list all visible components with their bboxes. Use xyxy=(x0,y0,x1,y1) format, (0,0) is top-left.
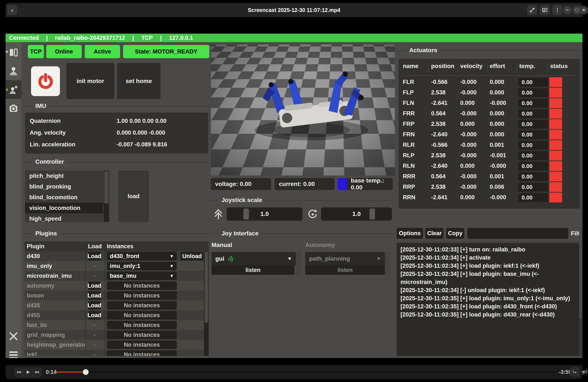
tcp-button[interactable]: TCP xyxy=(28,45,44,58)
plugin-instance-dropdown[interactable]: imu_only:1▼ xyxy=(107,262,177,270)
plugin-instance-dropdown[interactable]: d430_front▼ xyxy=(107,252,177,261)
actuator-name: FRP xyxy=(403,121,414,127)
plugin-load-button[interactable]: Load xyxy=(88,301,101,310)
log-options-button[interactable]: Options xyxy=(397,228,423,239)
plugin-load-button[interactable]: Load xyxy=(88,252,101,261)
log-filter-input[interactable] xyxy=(467,228,568,239)
actuator-temp-box: 0.00 xyxy=(518,193,548,202)
autonomy-joy-dropdown[interactable]: path_planning ▼ xyxy=(305,252,385,265)
actuator-position: 2.538 xyxy=(431,89,446,96)
controller-scrollbar[interactable] xyxy=(104,171,109,222)
log-scroll-thumb[interactable] xyxy=(579,229,582,319)
speaker-muted-icon xyxy=(581,368,588,376)
fullscreen-button[interactable] xyxy=(527,5,537,15)
menu-kebab-button[interactable] xyxy=(552,5,562,15)
previous-button[interactable] xyxy=(15,368,23,376)
actuator-velocity: -0.000 xyxy=(460,184,477,190)
play-button[interactable] xyxy=(23,368,33,376)
sidebar-item-menu[interactable] xyxy=(6,346,21,358)
plugin-row: grid_mapping-No instances xyxy=(25,330,209,340)
close-button[interactable]: × xyxy=(579,6,588,14)
kebab-icon xyxy=(555,7,560,13)
joy-interface-group-header: Joy Interface xyxy=(211,230,395,237)
actuator-status-indicator xyxy=(549,88,562,98)
angular-scale-slider[interactable]: 1.0 xyxy=(321,207,392,221)
log-scrollbar[interactable] xyxy=(579,228,582,356)
controller-list-item[interactable]: vision_locomotion xyxy=(25,203,103,213)
actuator-effort: -0.000 xyxy=(490,100,506,106)
titlebar: ‹ Screencast 2025-12-30 11:07:12.mp4 − □… xyxy=(6,3,582,17)
plugins-scroll-thumb[interactable] xyxy=(205,252,208,322)
plugin-no-instances: No instances xyxy=(107,301,177,310)
autonomy-listen-button[interactable]: listen xyxy=(305,265,385,275)
controller-list-item[interactable]: blind_locomotion xyxy=(25,192,103,203)
voltage-value: voltage: 0.00 xyxy=(215,181,252,187)
panels-icon xyxy=(9,47,19,57)
plugin-unload-button[interactable]: Unload xyxy=(180,252,204,261)
linear-scale-value: 1.0 xyxy=(227,207,302,221)
plugin-name: autonomy xyxy=(27,281,54,291)
actuator-position: 2.538 xyxy=(431,184,446,190)
plugin-instance-dropdown[interactable]: base_imu▼ xyxy=(107,272,177,280)
back-button[interactable]: ‹ xyxy=(7,5,17,15)
log-clear-button[interactable]: Clear xyxy=(425,228,443,239)
actuator-temp-box: 0.00 xyxy=(518,183,548,192)
seek-handle[interactable] xyxy=(83,369,89,375)
log-panel[interactable]: [2025-12-30-11:02:33] [+] turn on: raila… xyxy=(397,243,579,356)
actuator-name: RLP xyxy=(403,152,414,159)
manual-joy-dropdown[interactable]: gui ▼ xyxy=(211,252,296,265)
controller-list-item[interactable]: pitch_height xyxy=(25,171,103,181)
mute-button[interactable] xyxy=(581,368,588,376)
robot-3d-viewport[interactable] xyxy=(211,44,395,176)
plugin-row: heightmap_generator-No instances xyxy=(25,340,209,350)
sidebar-item-camera[interactable] xyxy=(6,99,21,118)
maximize-icon: □ xyxy=(575,7,578,13)
online-button[interactable]: Online xyxy=(46,45,82,58)
controller-list[interactable]: pitch_heightblind_pronkingblind_locomoti… xyxy=(25,171,103,222)
active-button[interactable]: Active xyxy=(85,45,120,58)
controller-load-button[interactable]: load xyxy=(118,171,149,222)
manual-joy-scrollbar[interactable] xyxy=(296,252,301,275)
log-copy-label: Copy xyxy=(448,230,462,237)
imu-title: IMU xyxy=(35,102,46,109)
plugin-name: heightmap_generator xyxy=(27,340,86,350)
playback-button-group xyxy=(14,368,42,377)
subtitles-button[interactable] xyxy=(540,5,550,15)
plugin-load-button[interactable]: Load xyxy=(88,291,101,300)
manual-listen-label: listen xyxy=(246,267,261,274)
plugins-title: Plugins xyxy=(35,230,57,237)
state-button[interactable]: State: MOTOR_READY xyxy=(123,45,209,58)
actuator-temp-box: 0.00 xyxy=(518,120,548,129)
actuators-col-effort: effort xyxy=(490,63,505,70)
sidebar-item-joystick-add[interactable] xyxy=(6,80,21,99)
chevron-down-icon: ▼ xyxy=(169,274,174,279)
next-button[interactable] xyxy=(33,368,42,376)
log-copy-button[interactable]: Copy xyxy=(446,228,464,239)
window-title: Screencast 2025-12-30 11:07:12.mp4 xyxy=(6,3,582,17)
sidebar-item-joystick[interactable] xyxy=(6,62,21,80)
seek-bar[interactable] xyxy=(56,372,556,373)
controller-list-item[interactable]: blind_pronking xyxy=(25,181,103,192)
sidebar-item-close[interactable] xyxy=(6,327,21,345)
autonomy-joy-scrollbar[interactable] xyxy=(385,252,390,275)
plugins-scrollbar[interactable] xyxy=(204,251,209,356)
plugin-load-button[interactable]: Load xyxy=(88,281,101,290)
sidebar xyxy=(6,42,21,358)
power-button[interactable] xyxy=(31,66,60,96)
actuator-position: -2.640 xyxy=(431,131,448,138)
actuators-group-header: Actuators xyxy=(399,47,581,54)
voltage-box: voltage: 0.00 xyxy=(211,178,271,190)
init-motor-button[interactable]: init motor xyxy=(66,63,114,99)
linear-scale-slider[interactable]: 1.0 xyxy=(227,207,302,221)
set-home-button[interactable]: set home xyxy=(117,63,161,99)
loop-button[interactable] xyxy=(570,367,580,377)
controller-list-item[interactable]: high_speed xyxy=(25,213,103,222)
actuator-temp-box: 0.00 xyxy=(518,109,548,118)
controller-scroll-thumb[interactable] xyxy=(104,171,108,203)
signal-icon xyxy=(226,254,235,263)
sidebar-item-panels[interactable] xyxy=(6,43,21,62)
manual-listen-button[interactable]: listen xyxy=(211,265,294,275)
seek-bar-progress xyxy=(56,372,86,373)
plugin-load-button[interactable]: Load xyxy=(88,311,101,320)
minimize-button[interactable]: − xyxy=(563,6,572,14)
